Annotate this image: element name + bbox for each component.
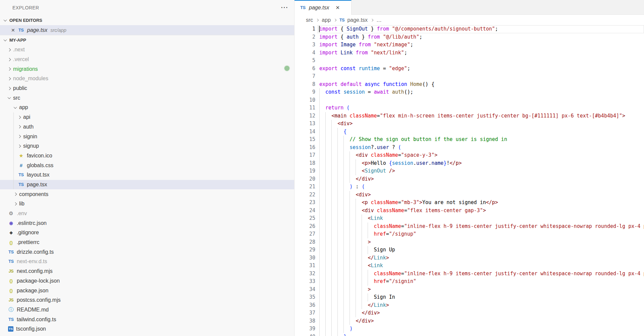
line-number[interactable]: 26 [294, 223, 315, 231]
code-line-1[interactable]: 1import { SignOut } from "@/components/a… [294, 25, 644, 33]
tree-item-.eslintrc.json[interactable]: ◉.eslintrc.json [0, 218, 294, 228]
line-number[interactable]: 9 [294, 88, 315, 96]
line-number[interactable]: 21 [294, 183, 315, 191]
line-number[interactable]: 2 [294, 33, 315, 41]
tree-item-.env[interactable]: ⚙.env [0, 209, 294, 219]
code-line-8[interactable]: 8export default async function Home() { [294, 81, 644, 89]
line-number[interactable]: 35 [294, 293, 315, 301]
code-line-7[interactable]: 7 [294, 73, 644, 81]
line-number[interactable]: 36 [294, 301, 315, 309]
tree-item-postcss.config.mjs[interactable]: JSpostcss.config.mjs [0, 295, 294, 305]
line-number[interactable]: 17 [294, 151, 315, 159]
tree-item-src[interactable]: src [0, 93, 294, 103]
more-actions-icon[interactable]: ⋯ [281, 3, 288, 12]
line-number[interactable]: 14 [294, 128, 315, 136]
line-number[interactable]: 40 [294, 333, 315, 336]
code-line-11[interactable]: 11 return ( [294, 104, 644, 112]
code-line-37[interactable]: 37 </div> [294, 309, 644, 317]
breadcrumb-item-app[interactable]: app [322, 17, 331, 23]
code-line-28[interactable]: 28 > [294, 238, 644, 246]
tree-item-globals.css[interactable]: #globals.css [0, 160, 294, 170]
code-line-3[interactable]: 3import Image from "next/image"; [294, 41, 644, 49]
line-number[interactable]: 37 [294, 309, 315, 317]
line-number[interactable]: 29 [294, 246, 315, 254]
code-line-16[interactable]: 16 session?.user ? ( [294, 144, 644, 152]
code-line-33[interactable]: 33 href="/signin" [294, 278, 644, 286]
code-line-18[interactable]: 18 <p>Hello {session.user.name}!</p> [294, 159, 644, 167]
line-number[interactable]: 30 [294, 254, 315, 262]
tree-item-favicon.ico[interactable]: ★favicon.ico [0, 151, 294, 161]
tree-item-next-env.d.ts[interactable]: TSnext-env.d.ts [0, 257, 294, 267]
code-line-14[interactable]: 14 { [294, 128, 644, 136]
code-line-13[interactable]: 13 <div> [294, 120, 644, 128]
line-number[interactable]: 32 [294, 270, 315, 278]
line-number[interactable]: 39 [294, 325, 315, 333]
code-line-29[interactable]: 29 Sign Up [294, 246, 644, 254]
tab-page.tsx[interactable]: TS page.tsx ✕ [294, 0, 352, 15]
tree-item-.vercel[interactable]: .vercel [0, 55, 294, 64]
tree-item-.prettierrc[interactable]: {}.prettierrc [0, 238, 294, 247]
close-icon[interactable]: ✕ [335, 5, 340, 11]
tree-item-node_modules[interactable]: node_modules [0, 74, 294, 84]
code-line-10[interactable]: 10 [294, 96, 644, 104]
code-line-2[interactable]: 2import { auth } from "@/lib/auth"; [294, 33, 644, 41]
code-line-12[interactable]: 12 <main className="flex min-h-screen it… [294, 112, 644, 120]
tree-item-public[interactable]: public [0, 84, 294, 93]
tree-item-api[interactable]: api [0, 112, 294, 122]
tree-item-drizzle.config.ts[interactable]: TSdrizzle.config.ts [0, 247, 294, 257]
line-number[interactable]: 27 [294, 230, 315, 238]
line-number[interactable]: 12 [294, 112, 315, 120]
breadcrumb-item-src[interactable]: src [306, 17, 313, 23]
line-number[interactable]: 3 [294, 41, 315, 49]
line-number[interactable]: 5 [294, 57, 315, 65]
open-editors-header[interactable]: OPEN EDITORS [0, 15, 294, 25]
tree-item-signup[interactable]: signup [0, 141, 294, 151]
code-line-36[interactable]: 36 </Link> [294, 301, 644, 309]
tree-item-auth[interactable]: auth [0, 122, 294, 132]
tree-item-tailwind.config.ts[interactable]: TStailwind.config.ts [0, 315, 294, 324]
breadcrumb-item-page.tsx[interactable]: page.tsx [347, 17, 367, 23]
code-line-24[interactable]: 24 <div className="flex items-center gap… [294, 207, 644, 215]
tree-item-components[interactable]: components [0, 189, 294, 199]
code-line-9[interactable]: 9 const session = await auth(); [294, 88, 644, 96]
code-line-5[interactable]: 5 [294, 57, 644, 65]
line-number[interactable]: 15 [294, 136, 315, 144]
line-number[interactable]: 10 [294, 96, 315, 104]
line-number[interactable]: 8 [294, 81, 315, 89]
tree-item-lib[interactable]: lib [0, 199, 294, 209]
tree-item-next.config.mjs[interactable]: JSnext.config.mjs [0, 267, 294, 276]
tree-item-tsconfig.json[interactable]: TStsconfig.json [0, 324, 294, 334]
line-number[interactable]: 31 [294, 262, 315, 270]
code-line-38[interactable]: 38 </div> [294, 317, 644, 325]
code-line-19[interactable]: 19 <SignOut /> [294, 167, 644, 175]
line-number[interactable]: 13 [294, 120, 315, 128]
code-line-32[interactable]: 32 className="inline-flex h-9 items-cent… [294, 270, 644, 278]
code-line-27[interactable]: 27 href="/signup" [294, 230, 644, 238]
line-number[interactable]: 22 [294, 191, 315, 199]
line-number[interactable]: 1 [294, 25, 315, 33]
tree-item-.next[interactable]: .next [0, 45, 294, 55]
line-number[interactable]: 24 [294, 207, 315, 215]
tree-item-.gitignore[interactable]: ◆.gitignore [0, 228, 294, 238]
line-number[interactable]: 20 [294, 175, 315, 183]
line-number[interactable]: 16 [294, 144, 315, 152]
code-line-17[interactable]: 17 <div className="space-y-3"> [294, 151, 644, 159]
code-line-22[interactable]: 22 <div> [294, 191, 644, 199]
tree-item-layout.tsx[interactable]: TSlayout.tsx [0, 170, 294, 180]
code-line-34[interactable]: 34 > [294, 286, 644, 294]
line-number[interactable]: 11 [294, 104, 315, 112]
line-number[interactable]: 25 [294, 214, 315, 223]
code-line-20[interactable]: 20 </div> [294, 175, 644, 183]
open-editor-item-page.tsx[interactable]: ✕ TS page.tsx src/app [0, 25, 294, 35]
tree-item-README.md[interactable]: ⓘREADME.md [0, 305, 294, 315]
code-line-39[interactable]: 39 ) [294, 325, 644, 333]
close-icon[interactable]: ✕ [11, 28, 15, 33]
line-number[interactable]: 18 [294, 159, 315, 167]
line-number[interactable]: 28 [294, 238, 315, 246]
line-number[interactable]: 23 [294, 199, 315, 207]
code-line-31[interactable]: 31 <Link [294, 262, 644, 270]
tree-item-signin[interactable]: signin [0, 132, 294, 141]
workspace-header[interactable]: MY-APP [0, 35, 294, 45]
code-line-4[interactable]: 4import Link from "next/link"; [294, 49, 644, 57]
code-line-35[interactable]: 35 Sign In [294, 293, 644, 301]
